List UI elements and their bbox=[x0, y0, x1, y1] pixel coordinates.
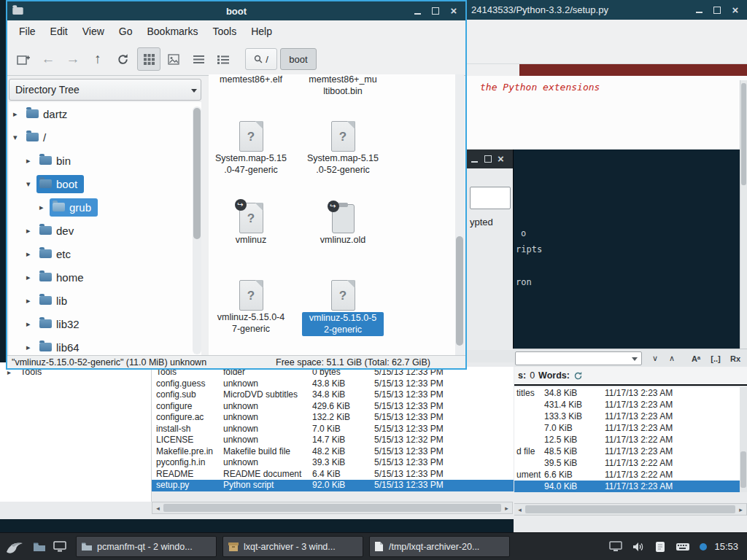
dialog-titlebar[interactable]: × bbox=[467, 149, 513, 168]
up-button[interactable]: ↑ bbox=[86, 47, 109, 71]
file-row-selected[interactable]: setup.pyPython script92.0 KiB5/15/13 12:… bbox=[152, 480, 514, 491]
tree-item-boot[interactable]: ▾boot bbox=[9, 172, 201, 195]
menu-help[interactable]: Help bbox=[244, 23, 279, 40]
clock[interactable]: 15:53 bbox=[714, 541, 738, 552]
refresh-words-icon[interactable] bbox=[573, 371, 583, 381]
editor-titlebar[interactable]: 24143533/Python-3.3.2/setup.py × bbox=[467, 0, 747, 20]
scroll-right-icon[interactable]: ▸ bbox=[501, 505, 512, 512]
file-row[interactable]: READMEREADME document6.4 KiB5/15/13 12:3… bbox=[152, 469, 514, 481]
file-manager-launcher-icon[interactable] bbox=[29, 533, 50, 560]
volume-icon[interactable] bbox=[632, 541, 645, 553]
minimize-icon[interactable] bbox=[694, 6, 703, 15]
tree-item-root[interactable]: ▾/ bbox=[9, 125, 201, 149]
tree-item-lib64[interactable]: ▸lib64 bbox=[9, 335, 201, 355]
tree-item-lib32[interactable]: ▸lib32 bbox=[9, 312, 201, 335]
scrollbar-thumb[interactable] bbox=[525, 505, 735, 513]
detailed-list-view-button[interactable] bbox=[212, 47, 235, 71]
file-row[interactable]: d file48.5 KiB11/17/13 2:23 AM bbox=[514, 446, 740, 457]
file-item-vmlinuz-47[interactable]: ? vmlinuz-5.15.0-47-generic bbox=[210, 277, 292, 335]
thumbnail-view-button[interactable] bbox=[162, 47, 185, 71]
search-input[interactable] bbox=[515, 351, 642, 365]
tree-item-home[interactable]: ▸home bbox=[9, 265, 201, 289]
notes-icon[interactable] bbox=[654, 541, 666, 553]
tree-item-grub[interactable]: ▸grub bbox=[9, 195, 201, 219]
maximize-icon[interactable] bbox=[713, 6, 721, 15]
menu-edit[interactable]: Edit bbox=[43, 23, 75, 40]
horizontal-scrollbar[interactable]: ◂ ▸ bbox=[152, 502, 513, 514]
expander-icon[interactable]: ▾ bbox=[13, 133, 23, 142]
editor-text-area[interactable]: the Python extensions bbox=[467, 76, 747, 149]
file-item-system-map-47[interactable]: ? System.map-5.15.0-47-generic bbox=[210, 118, 292, 176]
expander-icon[interactable]: ▸ bbox=[26, 319, 36, 329]
maximize-icon[interactable] bbox=[431, 7, 440, 15]
file-row[interactable]: titles34.8 KiB11/17/13 2:23 AM bbox=[514, 387, 740, 399]
file-item-vmlinuz[interactable]: ?↪ vmlinuz bbox=[210, 200, 292, 246]
files-scrollbar[interactable] bbox=[455, 74, 464, 355]
file-item-system-map-52[interactable]: ? System.map-5.15.0-52-generic bbox=[302, 118, 384, 176]
file-row[interactable]: LICENSEunknown14.7 KiB5/15/13 12:32 PM bbox=[152, 435, 514, 446]
expander-icon[interactable]: ▸ bbox=[26, 273, 36, 282]
file-row[interactable]: 133.3 KiB11/17/13 2:23 AM bbox=[514, 411, 740, 422]
file-row[interactable]: config.guessunknown43.8 KiB5/15/13 12:33… bbox=[152, 378, 514, 390]
file-row[interactable]: configure.acunknown132.2 KiB5/15/13 12:3… bbox=[152, 412, 514, 424]
regex-button[interactable]: Rx bbox=[727, 351, 743, 365]
expander-icon[interactable]: ▾ bbox=[26, 179, 36, 189]
path-button-boot[interactable]: boot bbox=[280, 48, 317, 70]
find-next-button[interactable]: ∨ bbox=[647, 351, 663, 365]
file-row[interactable]: config.subMicroDVD subtitles34.8 KiB5/15… bbox=[152, 389, 514, 401]
file-row[interactable]: 431.4 KiB11/17/13 2:23 AM bbox=[514, 399, 740, 411]
menu-tools[interactable]: Tools bbox=[206, 23, 244, 40]
menu-go[interactable]: Go bbox=[112, 23, 140, 40]
path-button-root[interactable]: / bbox=[245, 48, 277, 70]
expander-icon[interactable]: ▸ bbox=[26, 156, 36, 166]
titlebar[interactable]: boot × bbox=[7, 1, 465, 20]
close-icon[interactable]: × bbox=[731, 6, 740, 15]
refresh-button[interactable] bbox=[111, 47, 134, 71]
file-row[interactable]: install-shunknown7.0 KiB5/15/13 12:33 PM bbox=[152, 424, 514, 435]
editor-scrollbar[interactable] bbox=[740, 80, 747, 349]
expander-icon[interactable]: ▸ bbox=[13, 109, 23, 119]
dialog-text-input[interactable] bbox=[470, 187, 511, 209]
menu-bookmarks[interactable]: Bookmarks bbox=[139, 23, 205, 40]
tree-item-etc[interactable]: ▸etc bbox=[9, 242, 201, 265]
scroll-right-icon[interactable]: ▸ bbox=[735, 506, 746, 513]
file-row-selected[interactable]: 94.0 KiB11/17/13 2:23 AM bbox=[514, 481, 740, 492]
tree-item-bin[interactable]: ▸bin bbox=[9, 149, 201, 172]
tree-scrollbar[interactable] bbox=[193, 106, 201, 354]
file-row[interactable]: ument6.6 KiB11/17/13 2:22 AM bbox=[514, 469, 740, 481]
scrollbar-thumb[interactable] bbox=[193, 108, 201, 239]
back-button[interactable]: ← bbox=[36, 47, 60, 71]
expander-icon[interactable]: ▸ bbox=[26, 226, 36, 236]
keyboard-icon[interactable] bbox=[676, 542, 690, 552]
menu-view[interactable]: View bbox=[75, 23, 112, 40]
icon-view-button[interactable] bbox=[137, 47, 160, 71]
minimize-icon[interactable] bbox=[471, 155, 479, 163]
file-row[interactable]: Makefile.pre.inMakefile build file48.2 K… bbox=[152, 446, 514, 458]
file-row[interactable]: pyconfig.h.inunknown39.3 KiB5/15/13 12:3… bbox=[152, 457, 514, 469]
sidebar-mode-select[interactable]: Directory Tree bbox=[9, 79, 201, 101]
forward-button[interactable]: → bbox=[61, 47, 85, 71]
tree-item-lib[interactable]: ▸lib bbox=[9, 289, 201, 312]
taskbar-button-editor[interactable]: /tmp/lxqt-archiver-20... bbox=[369, 536, 510, 557]
file-item-vmlinuz-52-selected[interactable]: ? vmlinuz-5.15.0-52-generic bbox=[302, 277, 384, 336]
file-row[interactable]: configureunknown429.6 KiB5/15/13 12:33 P… bbox=[152, 401, 514, 413]
horizontal-scrollbar[interactable]: ◂ ▸ bbox=[514, 503, 747, 516]
vertical-scrollbar[interactable] bbox=[740, 387, 747, 492]
file-item-memtest86-elf[interactable]: memtest86+.elf bbox=[210, 74, 292, 86]
start-menu-button[interactable] bbox=[0, 533, 29, 560]
menu-file[interactable]: File bbox=[12, 23, 43, 40]
compact-view-button[interactable] bbox=[187, 47, 210, 71]
close-icon[interactable]: × bbox=[497, 155, 505, 163]
file-item-memtest86-multiboot[interactable]: memtest86+_multiboot.bin bbox=[302, 74, 384, 97]
scroll-left-icon[interactable]: ◂ bbox=[152, 505, 163, 512]
display-settings-icon[interactable] bbox=[609, 541, 622, 552]
expander-icon[interactable]: ▸ bbox=[26, 343, 36, 352]
scrollbar-thumb[interactable] bbox=[741, 83, 746, 185]
new-tab-button[interactable] bbox=[12, 47, 35, 71]
expander-icon[interactable]: ▸ bbox=[39, 203, 50, 212]
taskbar-button-pcmanfm[interactable]: pcmanfm-qt - 2 windo... bbox=[76, 536, 217, 557]
tree-item-dartz[interactable]: ▸dartz bbox=[9, 102, 201, 125]
app-launcher-icon[interactable] bbox=[50, 533, 70, 560]
file-row[interactable]: 39.5 KiB11/17/13 2:22 AM bbox=[514, 457, 740, 469]
taskbar-button-lxqt-archiver[interactable]: lxqt-archiver - 3 wind... bbox=[222, 536, 363, 557]
